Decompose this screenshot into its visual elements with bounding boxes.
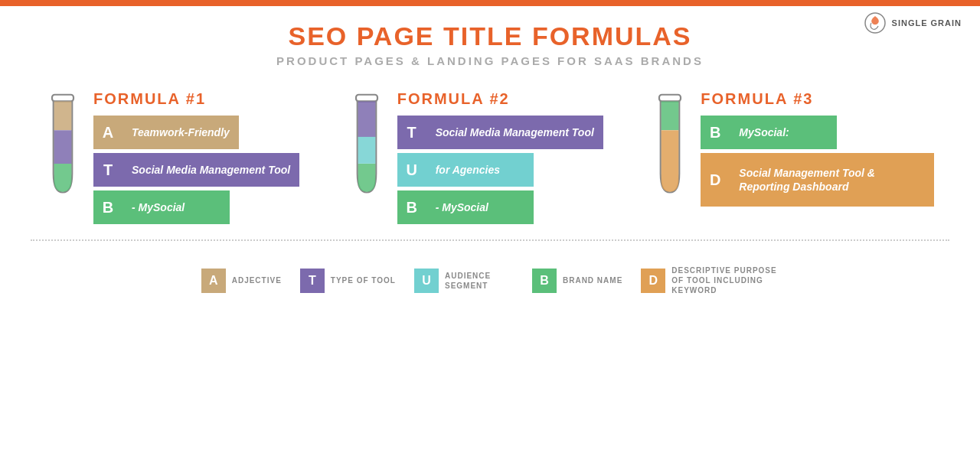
formula-1-text-a: Teamwork-Friendly [122, 116, 239, 149]
formula-2-rows: T Social Media Management Tool U for Age… [397, 116, 631, 224]
formula-1-row-a: A Teamwork-Friendly [93, 116, 327, 149]
formula-3-row-b: B MySocial: [701, 116, 934, 149]
legend-item-u: U AUDIENCE SEGMENT [414, 269, 514, 293]
legend-desc-d: DESCRIPTIVE PURPOSE OF TOOL INCLUDING KE… [671, 265, 779, 295]
header-title-accent: FORMULAS [532, 21, 692, 50]
logo-text: SINGLE GRAIN [892, 18, 962, 28]
formula-3-content: FORMULA #3 B MySocial: D Social Manageme… [701, 90, 934, 207]
formula-2-content: FORMULA #2 T Social Media Management Too… [397, 90, 631, 224]
formula-2-label: FORMULA #2 [397, 90, 631, 108]
header-title-plain: SEO PAGE TITLE [288, 21, 531, 50]
formula-2-row-u: U for Agencies [397, 153, 631, 187]
formula-1-text-b: - MySocial [122, 190, 230, 224]
legend-item-b: B BRAND NAME [532, 269, 622, 293]
top-bar [0, 0, 980, 6]
formula-2-letter-u: U [397, 153, 426, 187]
legend: A ADJECTIVE T TYPE OF TOOL U AUDIENCE SE… [0, 256, 980, 295]
formula-3-block: FORMULA #3 B MySocial: D Social Manageme… [653, 90, 934, 224]
formula-3-text-b: MySocial: [730, 116, 837, 149]
formula-1-letter-t: T [93, 153, 122, 187]
formula-3-tube [653, 93, 691, 203]
header-title: SEO PAGE TITLE FORMULAS [0, 21, 980, 51]
header-subtitle: PRODUCT PAGES & LANDING PAGES FOR SAAS B… [0, 54, 980, 67]
formula-3-row-d: D Social Management Tool & Reporting Das… [701, 153, 934, 207]
legend-item-t: T TYPE OF TOOL [300, 269, 396, 293]
formula-2-row-t: T Social Media Management Tool [397, 116, 631, 149]
formula-2-text-t: Social Media Management Tool [426, 116, 603, 149]
legend-desc-u: AUDIENCE SEGMENT [445, 271, 514, 291]
legend-box-d: D [641, 269, 665, 293]
formula-1-row-t: T Social Media Management Tool [93, 153, 327, 187]
legend-desc-a: ADJECTIVE [232, 275, 282, 285]
formula-2-letter-t: T [397, 116, 426, 149]
formula-1-tube [46, 93, 84, 203]
logo-icon [864, 12, 886, 34]
svg-rect-1 [52, 95, 74, 102]
svg-rect-3 [659, 95, 681, 102]
formula-3-letter-d: D [701, 153, 730, 207]
legend-box-t: T [300, 269, 325, 293]
divider [31, 239, 949, 241]
legend-box-b: B [532, 269, 557, 293]
formula-3-text-d: Social Management Tool & Reporting Dashb… [730, 153, 934, 207]
legend-desc-b: BRAND NAME [563, 275, 622, 285]
formula-2-tube [350, 93, 388, 203]
formula-3-label: FORMULA #3 [701, 90, 934, 108]
logo-area: SINGLE GRAIN [864, 12, 962, 34]
formula-2-text-b: - MySocial [426, 190, 534, 224]
formula-1-rows: A Teamwork-Friendly T Social Media Manag… [93, 116, 327, 224]
formula-1-text-t: Social Media Management Tool [122, 153, 299, 187]
formula-1-row-b: B - MySocial [93, 190, 327, 224]
formula-1-letter-a: A [93, 116, 122, 149]
header: SEO PAGE TITLE FORMULAS PRODUCT PAGES & … [0, 0, 980, 67]
legend-desc-t: TYPE OF TOOL [331, 275, 396, 285]
formula-1-block: FORMULA #1 A Teamwork-Friendly T Social … [46, 90, 327, 224]
legend-item-a: A ADJECTIVE [201, 269, 282, 293]
legend-item-d: D DESCRIPTIVE PURPOSE OF TOOL INCLUDING … [641, 265, 779, 295]
formula-1-label: FORMULA #1 [93, 90, 327, 108]
formula-2-block: FORMULA #2 T Social Media Management Too… [350, 90, 631, 224]
formula-1-letter-b: B [93, 190, 122, 224]
formula-3-rows: B MySocial: D Social Management Tool & R… [701, 116, 934, 207]
formula-2-text-u: for Agencies [426, 153, 534, 187]
legend-box-u: U [414, 269, 439, 293]
formula-1-content: FORMULA #1 A Teamwork-Friendly T Social … [93, 90, 327, 224]
formula-2-letter-b: B [397, 190, 426, 224]
legend-box-a: A [201, 269, 226, 293]
formula-2-row-b: B - MySocial [397, 190, 631, 224]
svg-rect-2 [356, 95, 377, 102]
formulas-container: FORMULA #1 A Teamwork-Friendly T Social … [0, 67, 980, 224]
formula-3-letter-b: B [701, 116, 730, 149]
